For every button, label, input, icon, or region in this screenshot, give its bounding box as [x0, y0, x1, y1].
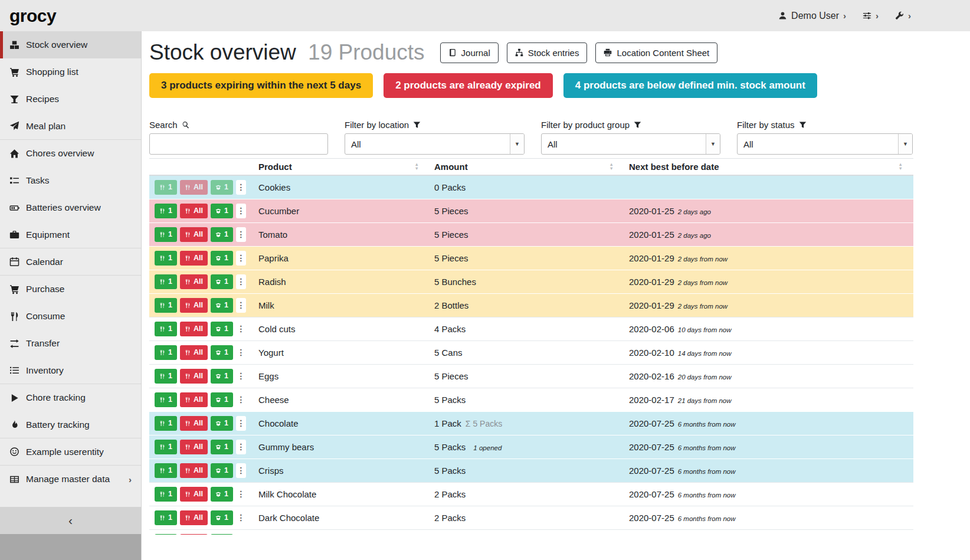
sidebar-collapse-button[interactable]: ‹	[0, 507, 141, 534]
row-menu-button[interactable]: ⋮	[236, 251, 246, 266]
consume-one-button[interactable]: 1	[155, 416, 177, 431]
sort-icon[interactable]: ▲▼	[415, 163, 419, 171]
consume-one-button[interactable]: 1	[155, 369, 177, 384]
open-one-button[interactable]: 1	[211, 534, 233, 535]
row-menu-button[interactable]: ⋮	[236, 345, 246, 360]
consume-one-button[interactable]: 1	[155, 298, 177, 313]
alert-expiring[interactable]: 3 products expiring within the next 5 da…	[149, 73, 373, 98]
consume-one-button[interactable]: 1	[155, 345, 177, 360]
sidebar-item[interactable]: Example userentity	[0, 438, 141, 466]
open-one-button[interactable]: 1	[211, 345, 233, 360]
consume-all-button[interactable]: All	[180, 180, 208, 195]
amount-column-header[interactable]: Amount ▲▼	[430, 159, 624, 176]
consume-all-button[interactable]: All	[180, 251, 208, 266]
row-menu-button[interactable]: ⋮	[236, 227, 246, 242]
consume-one-button[interactable]: 1	[155, 274, 177, 289]
consume-one-button[interactable]: 1	[155, 204, 177, 218]
sidebar-item[interactable]: Equipment	[0, 221, 141, 248]
consume-one-button[interactable]: 1	[155, 392, 177, 407]
consume-all-button[interactable]: All	[180, 369, 208, 384]
consume-one-button[interactable]: 1	[155, 251, 177, 266]
sidebar-item[interactable]: Batteries overview	[0, 194, 141, 221]
open-one-button[interactable]: 1	[211, 251, 233, 266]
consume-all-button[interactable]: All	[180, 392, 208, 407]
consume-all-button[interactable]: All	[180, 322, 208, 336]
location-filter-select[interactable]: All ▼	[345, 133, 525, 155]
stock-entries-button[interactable]: Stock entries	[507, 42, 588, 63]
sidebar-item[interactable]: Meal plan	[0, 113, 141, 140]
consume-all-button[interactable]: All	[180, 463, 208, 478]
user-menu[interactable]: Demo User ›	[778, 11, 846, 21]
consume-one-button[interactable]: 1	[155, 510, 177, 525]
consume-all-button[interactable]: All	[180, 345, 208, 360]
sidebar-item[interactable]: Calendar	[0, 248, 141, 276]
open-one-button[interactable]: 1	[211, 487, 233, 502]
consume-all-button[interactable]: All	[180, 274, 208, 289]
best-before-column-header[interactable]: Next best before date ▲▼	[624, 159, 913, 176]
row-menu-button[interactable]: ⋮	[236, 204, 246, 218]
sort-icon[interactable]: ▲▼	[899, 163, 903, 171]
row-menu-button[interactable]: ⋮	[236, 416, 246, 431]
sidebar-item[interactable]: Consume	[0, 303, 141, 330]
sidebar-item[interactable]: Tasks	[0, 167, 141, 194]
open-one-button[interactable]: 1	[211, 463, 233, 478]
row-menu-button[interactable]: ⋮	[236, 298, 246, 313]
location-content-sheet-button[interactable]: Location Content Sheet	[595, 42, 717, 63]
sidebar-item[interactable]: Transfer	[0, 330, 141, 357]
sidebar-item[interactable]: Manage master data ›	[0, 466, 141, 493]
consume-all-button[interactable]: All	[180, 416, 208, 431]
row-menu-button[interactable]: ⋮	[236, 322, 246, 336]
sidebar-item[interactable]: Stock overview	[0, 31, 141, 58]
consume-one-button[interactable]: 1	[155, 487, 177, 502]
row-menu-button[interactable]: ⋮	[236, 180, 246, 195]
open-one-button[interactable]: 1	[211, 510, 233, 525]
open-one-button[interactable]: 1	[211, 180, 233, 195]
open-one-button[interactable]: 1	[211, 369, 233, 384]
journal-button[interactable]: Journal	[440, 42, 499, 63]
open-one-button[interactable]: 1	[211, 392, 233, 407]
consume-one-button[interactable]: 1	[155, 180, 177, 195]
open-one-button[interactable]: 1	[211, 440, 233, 454]
consume-all-button[interactable]: All	[180, 227, 208, 242]
consume-all-button[interactable]: All	[180, 204, 208, 218]
open-one-button[interactable]: 1	[211, 227, 233, 242]
row-menu-button[interactable]: ⋮	[236, 369, 246, 384]
sidebar-item[interactable]: Inventory	[0, 357, 141, 384]
consume-all-button[interactable]: All	[180, 510, 208, 525]
row-menu-button[interactable]: ⋮	[236, 534, 246, 535]
row-menu-button[interactable]: ⋮	[236, 463, 246, 478]
consume-all-button[interactable]: All	[180, 298, 208, 313]
consume-one-button[interactable]: 1	[155, 463, 177, 478]
sidebar-item[interactable]: Chore tracking	[0, 384, 141, 411]
sidebar-item[interactable]: Chores overview	[0, 140, 141, 167]
consume-all-button[interactable]: All	[180, 534, 208, 535]
product-column-header[interactable]: Product ▲▼	[254, 159, 430, 176]
product-group-filter-select[interactable]: All ▼	[541, 133, 720, 155]
alert-below-min-stock[interactable]: 4 products are below defined min. stock …	[563, 73, 817, 98]
sidebar-item[interactable]: Shopping list	[0, 58, 141, 86]
admin-menu[interactable]: ›	[895, 11, 911, 21]
consume-one-button[interactable]: 1	[155, 534, 177, 535]
row-menu-button[interactable]: ⋮	[236, 392, 246, 407]
open-one-button[interactable]: 1	[211, 416, 233, 431]
open-one-button[interactable]: 1	[211, 274, 233, 289]
sidebar-item[interactable]: Battery tracking	[0, 411, 141, 438]
status-filter-select[interactable]: All ▼	[737, 133, 913, 155]
row-menu-button[interactable]: ⋮	[236, 487, 246, 502]
consume-all-button[interactable]: All	[180, 487, 208, 502]
row-menu-button[interactable]: ⋮	[236, 440, 246, 454]
row-menu-button[interactable]: ⋮	[236, 274, 246, 289]
sidebar-item[interactable]: Purchase	[0, 276, 141, 303]
open-one-button[interactable]: 1	[211, 298, 233, 313]
row-menu-button[interactable]: ⋮	[236, 510, 246, 525]
consume-all-button[interactable]: All	[180, 440, 208, 454]
open-one-button[interactable]: 1	[211, 204, 233, 218]
alert-expired[interactable]: 2 products are already expired	[384, 73, 553, 98]
consume-one-button[interactable]: 1	[155, 322, 177, 336]
search-input[interactable]	[149, 133, 328, 155]
app-logo[interactable]: grocy	[9, 6, 56, 26]
consume-one-button[interactable]: 1	[155, 440, 177, 454]
sidebar-item[interactable]: Recipes	[0, 86, 141, 113]
open-one-button[interactable]: 1	[211, 322, 233, 336]
sort-icon[interactable]: ▲▼	[609, 163, 614, 171]
